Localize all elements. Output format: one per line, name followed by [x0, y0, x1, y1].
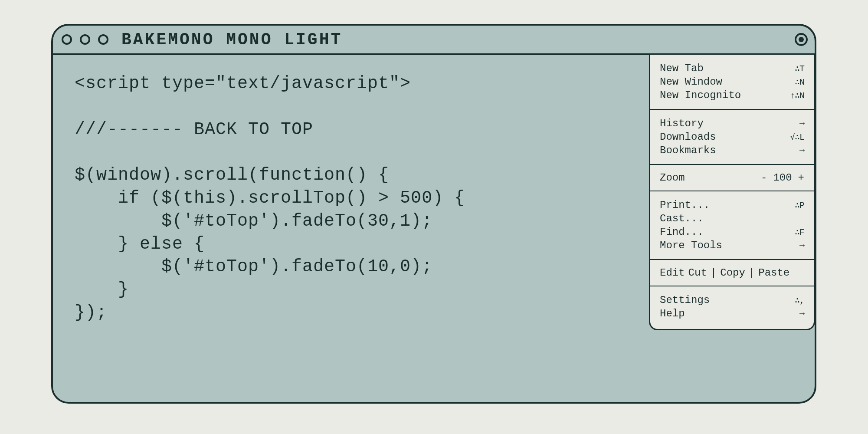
zoom-in-button[interactable]: +	[798, 172, 804, 184]
menu-label: Settings	[660, 294, 710, 306]
menu-label: More Tools	[660, 240, 722, 251]
code-line: $('#toTop').fadeTo(30,1);	[75, 211, 432, 231]
menu-section-zoom: Zoom - 100 +	[650, 165, 814, 191]
maximize-button[interactable]	[98, 34, 108, 45]
separator: |	[749, 267, 755, 279]
menu-item-print[interactable]: Print... ∴P	[660, 198, 804, 212]
arrow-right-icon: →	[799, 118, 804, 128]
menu-item-zoom: Zoom - 100 +	[660, 172, 804, 184]
zoom-controls: - 100 +	[761, 172, 804, 184]
zoom-value: 100	[773, 172, 792, 184]
menu-shortcut: ∴N	[795, 76, 804, 87]
menu-item-history[interactable]: History →	[660, 117, 804, 130]
menu-item-bookmarks[interactable]: Bookmarks →	[660, 144, 804, 157]
menu-label: Cast...	[660, 213, 704, 224]
paste-button[interactable]: Paste	[758, 267, 789, 279]
zoom-label: Zoom	[660, 172, 685, 184]
menu-shortcut: ∴,	[795, 295, 804, 306]
menu-item-find[interactable]: Find... ∴F	[660, 225, 804, 239]
menu-shortcut: ∴F	[795, 227, 804, 237]
cut-button[interactable]: Cut	[688, 267, 707, 279]
zoom-out-button[interactable]: -	[761, 172, 767, 184]
menu-label: Print...	[660, 199, 710, 211]
code-line: });	[75, 303, 107, 322]
menu-section-history: History → Downloads √∴L Bookmarks →	[650, 110, 814, 165]
close-button[interactable]	[62, 34, 72, 45]
menu-shortcut: ↑∴N	[790, 90, 804, 101]
separator: |	[711, 267, 717, 279]
code-line: $('#toTop').fadeTo(10,0);	[75, 257, 432, 276]
menu-section-edit: Edit Cut | Copy | Paste	[650, 260, 814, 286]
traffic-lights	[62, 34, 108, 45]
menu-label: New Window	[660, 76, 722, 88]
menu-label: New Incognito	[660, 89, 741, 101]
menu-shortcut: ∴P	[795, 200, 804, 210]
menu-item-downloads[interactable]: Downloads √∴L	[660, 130, 804, 144]
menu-shortcut: √∴L	[790, 132, 804, 142]
menu-item-new-tab[interactable]: New Tab ∴T	[660, 62, 804, 75]
menu-item-new-incognito[interactable]: New Incognito ↑∴N	[660, 89, 804, 102]
menu-label: Bookmarks	[660, 145, 716, 156]
menu-item-cast[interactable]: Cast...	[660, 212, 804, 225]
minimize-button[interactable]	[80, 34, 90, 45]
window-title: BAKEMONO MONO LIGHT	[121, 30, 342, 49]
menu-item-settings[interactable]: Settings ∴,	[660, 293, 804, 307]
menu-section-settings: Settings ∴, Help →	[650, 286, 814, 329]
menu-item-more-tools[interactable]: More Tools →	[660, 239, 804, 252]
menu-label: History	[660, 118, 704, 129]
menu-label: Help	[660, 308, 685, 319]
titlebar: BAKEMONO MONO LIGHT	[53, 26, 815, 55]
code-line: ///------- BACK TO TOP	[75, 120, 313, 139]
code-line: if ($(this).scrollTop() > 500) {	[75, 188, 465, 208]
code-line: } else {	[75, 234, 205, 254]
menu-section-tabs: New Tab ∴T New Window ∴N New Incognito ↑…	[650, 55, 814, 110]
code-line: $(window).scroll(function() {	[75, 165, 389, 185]
menu-item-new-window[interactable]: New Window ∴N	[660, 75, 804, 89]
menu-shortcut: ∴T	[795, 63, 804, 74]
code-line: <script type="text/javascript">	[75, 74, 411, 93]
arrow-right-icon: →	[799, 309, 804, 319]
copy-button[interactable]: Copy	[720, 267, 745, 279]
menu-label: Downloads	[660, 131, 716, 143]
menu-label: Find...	[660, 226, 704, 238]
menu-button-icon[interactable]	[795, 33, 808, 46]
arrow-right-icon: →	[799, 240, 804, 250]
menu-item-edit: Edit Cut | Copy | Paste	[660, 267, 804, 279]
context-menu: New Tab ∴T New Window ∴N New Incognito ↑…	[649, 53, 815, 330]
arrow-right-icon: →	[799, 145, 804, 155]
menu-label: New Tab	[660, 62, 704, 74]
edit-label: Edit	[660, 267, 685, 279]
menu-section-tools: Print... ∴P Cast... Find... ∴F More Tool…	[650, 191, 814, 260]
menu-item-help[interactable]: Help →	[660, 307, 804, 320]
code-line: }	[75, 280, 129, 299]
